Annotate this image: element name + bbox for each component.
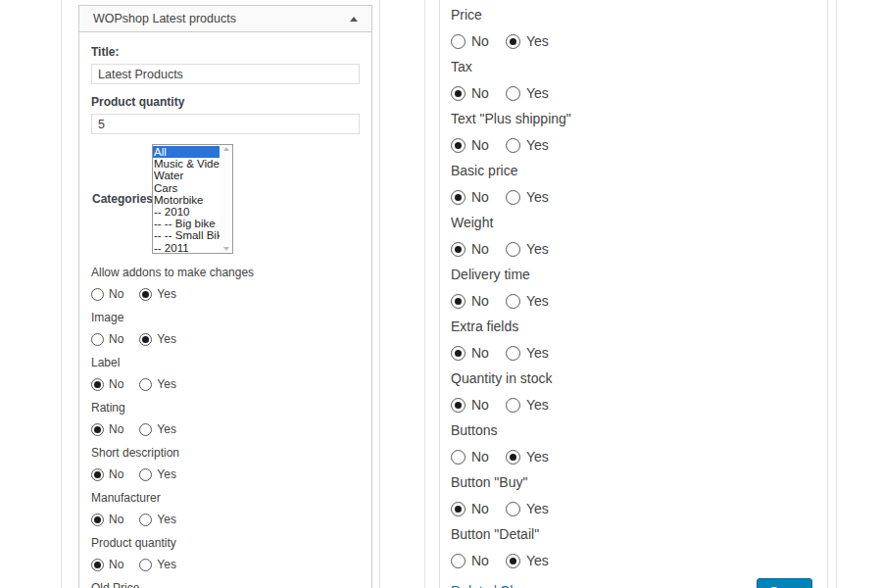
radio-option-no[interactable]: No bbox=[451, 553, 489, 568]
radio-icon[interactable] bbox=[91, 423, 104, 436]
category-option[interactable]: Music & Video bbox=[153, 158, 220, 170]
collapse-icon[interactable] bbox=[350, 17, 358, 22]
radio-icon[interactable] bbox=[91, 468, 104, 481]
radio-option-no[interactable]: No bbox=[91, 287, 123, 301]
radio-option-yes[interactable]: Yes bbox=[139, 513, 176, 526]
radio-option-yes[interactable]: Yes bbox=[139, 332, 176, 346]
close-link[interactable]: Close bbox=[500, 583, 535, 588]
radio-icon[interactable] bbox=[139, 333, 152, 346]
radio-icon[interactable] bbox=[506, 346, 520, 361]
radio-option-no[interactable]: No bbox=[91, 422, 123, 436]
radio-option-no[interactable]: No bbox=[451, 449, 489, 465]
category-option[interactable]: -- -- Big bike bbox=[153, 218, 220, 229]
radio-icon[interactable] bbox=[91, 333, 104, 346]
radio-icon[interactable] bbox=[91, 378, 104, 391]
toggle-options: No Yes bbox=[91, 287, 360, 301]
widget-header[interactable]: WOPshop Latest products bbox=[79, 6, 371, 32]
radio-icon[interactable] bbox=[506, 554, 520, 568]
scroll-up-icon[interactable] bbox=[223, 147, 229, 151]
radio-option-no[interactable]: No bbox=[91, 332, 123, 346]
radio-option-yes[interactable]: Yes bbox=[139, 287, 176, 301]
radio-icon[interactable] bbox=[139, 559, 152, 571]
radio-icon[interactable] bbox=[139, 378, 152, 391]
toggle-options: No Yes bbox=[91, 467, 360, 481]
radio-icon[interactable] bbox=[139, 423, 152, 436]
radio-option-yes[interactable]: Yes bbox=[139, 467, 176, 481]
radio-icon[interactable] bbox=[451, 34, 466, 49]
radio-icon[interactable] bbox=[451, 398, 466, 413]
toggle-label: Basic price bbox=[451, 163, 812, 178]
radio-option-no[interactable]: No bbox=[451, 137, 489, 153]
radio-option-yes[interactable]: Yes bbox=[506, 345, 549, 361]
radio-option-yes[interactable]: Yes bbox=[139, 422, 176, 436]
radio-option-yes[interactable]: Yes bbox=[506, 397, 549, 413]
product-quantity-input[interactable] bbox=[91, 114, 360, 134]
categories-listbox[interactable]: AllMusic & VideoWaterCarsMotorbike-- 201… bbox=[152, 144, 233, 254]
radio-icon[interactable] bbox=[451, 554, 466, 568]
category-option[interactable]: Water bbox=[153, 170, 220, 181]
radio-option-yes[interactable]: Yes bbox=[139, 558, 176, 571]
radio-option-no[interactable]: No bbox=[451, 85, 489, 101]
radio-option-yes[interactable]: Yes bbox=[506, 501, 549, 516]
toggle-group: Extra fields No Yes bbox=[451, 318, 812, 361]
radio-option-no[interactable]: No bbox=[91, 377, 123, 391]
radio-icon[interactable] bbox=[506, 138, 520, 153]
save-button[interactable]: Save bbox=[757, 578, 812, 588]
radio-icon[interactable] bbox=[506, 502, 520, 516]
radio-option-yes[interactable]: Yes bbox=[506, 553, 549, 568]
radio-icon[interactable] bbox=[506, 34, 520, 49]
category-option[interactable]: -- 2010 bbox=[153, 206, 220, 218]
radio-option-yes[interactable]: Yes bbox=[506, 449, 549, 465]
title-input[interactable] bbox=[91, 64, 360, 84]
radio-option-no[interactable]: No bbox=[91, 513, 123, 526]
radio-icon[interactable] bbox=[506, 398, 520, 413]
scroll-down-icon[interactable] bbox=[223, 247, 229, 251]
listbox-scrollbar[interactable] bbox=[220, 145, 232, 253]
radio-option-yes[interactable]: Yes bbox=[139, 377, 176, 391]
radio-icon[interactable] bbox=[451, 138, 466, 153]
radio-icon[interactable] bbox=[139, 288, 152, 301]
radio-icon[interactable] bbox=[451, 190, 466, 205]
radio-option-no[interactable]: No bbox=[451, 189, 489, 205]
radio-option-no[interactable]: No bbox=[91, 467, 123, 481]
radio-icon[interactable] bbox=[451, 450, 466, 465]
radio-icon[interactable] bbox=[451, 86, 466, 101]
radio-option-yes[interactable]: Yes bbox=[506, 137, 549, 153]
radio-option-yes[interactable]: Yes bbox=[506, 293, 549, 309]
toggle-options: No Yes bbox=[91, 513, 360, 526]
radio-option-no[interactable]: No bbox=[451, 241, 489, 257]
radio-icon[interactable] bbox=[506, 242, 520, 257]
toggle-options: No Yes bbox=[451, 449, 812, 465]
radio-option-yes[interactable]: Yes bbox=[506, 189, 549, 205]
radio-option-no[interactable]: No bbox=[451, 293, 489, 309]
radio-option-no[interactable]: No bbox=[451, 33, 489, 49]
radio-icon[interactable] bbox=[91, 288, 104, 301]
radio-icon[interactable] bbox=[139, 468, 152, 481]
radio-icon[interactable] bbox=[506, 86, 520, 101]
radio-option-yes[interactable]: Yes bbox=[506, 85, 549, 101]
category-option[interactable]: Cars bbox=[153, 182, 220, 194]
radio-option-no[interactable]: No bbox=[91, 558, 123, 571]
radio-icon[interactable] bbox=[91, 559, 104, 571]
toggle-group: Manufacturer No Yes bbox=[91, 491, 360, 526]
radio-option-yes[interactable]: Yes bbox=[506, 241, 549, 257]
radio-option-no[interactable]: No bbox=[451, 397, 489, 413]
right-toggle-list: Price No Yes Tax No Yes Text "Plus bbox=[451, 7, 812, 568]
category-option[interactable]: All bbox=[153, 146, 220, 158]
radio-option-yes[interactable]: Yes bbox=[506, 33, 549, 49]
radio-option-no[interactable]: No bbox=[451, 345, 489, 361]
radio-icon[interactable] bbox=[451, 242, 466, 257]
category-option[interactable]: -- -- Small Bike bbox=[153, 229, 220, 241]
category-option[interactable]: -- 2011 bbox=[153, 242, 220, 253]
delete-link[interactable]: Delete bbox=[451, 583, 490, 588]
radio-icon[interactable] bbox=[451, 294, 466, 309]
radio-icon[interactable] bbox=[506, 190, 520, 205]
radio-icon[interactable] bbox=[91, 514, 104, 526]
radio-icon[interactable] bbox=[139, 514, 152, 526]
radio-icon[interactable] bbox=[451, 502, 466, 516]
radio-option-no[interactable]: No bbox=[451, 501, 489, 516]
radio-icon[interactable] bbox=[451, 346, 466, 361]
category-option[interactable]: Motorbike bbox=[153, 194, 220, 206]
radio-icon[interactable] bbox=[506, 450, 520, 465]
radio-icon[interactable] bbox=[506, 294, 520, 309]
